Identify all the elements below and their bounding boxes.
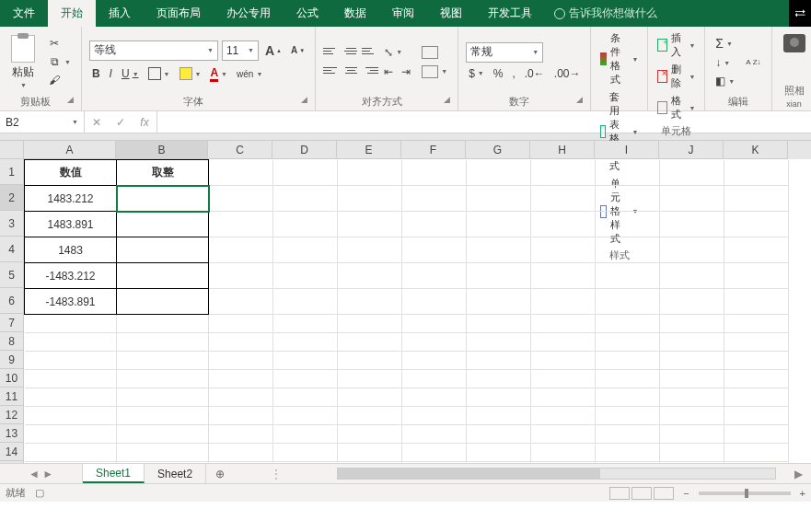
cell-G2[interactable] — [467, 186, 531, 212]
cell-F15[interactable] — [402, 462, 467, 464]
menu-formulas[interactable]: 公式 — [284, 0, 331, 27]
cell-I6[interactable] — [596, 289, 660, 315]
cell-C5[interactable] — [209, 263, 273, 289]
row-header-4[interactable]: 4 — [0, 237, 24, 262]
cell-D15[interactable] — [273, 462, 338, 464]
delete-cells-button[interactable]: 删除▼ — [655, 62, 697, 91]
currency-button[interactable]: ▼ — [466, 65, 487, 82]
cell-D3[interactable] — [273, 212, 338, 237]
cell-A12[interactable] — [25, 407, 117, 425]
column-header-G[interactable]: G — [466, 141, 530, 159]
cell-F5[interactable] — [402, 263, 467, 289]
align-right-button[interactable] — [362, 64, 378, 78]
dialog-launcher-icon[interactable]: ◢ — [67, 95, 74, 104]
column-header-D[interactable]: D — [272, 141, 337, 159]
menu-file[interactable]: 文件 — [0, 0, 48, 27]
cell-G7[interactable] — [467, 315, 531, 333]
cell-A13[interactable] — [25, 425, 117, 444]
cell-H1[interactable] — [531, 160, 596, 186]
cell-H13[interactable] — [531, 425, 596, 444]
row-header-15[interactable]: 15 — [0, 461, 24, 463]
cell-F4[interactable] — [402, 237, 467, 263]
cell-A4[interactable]: 1483 — [25, 237, 117, 263]
cell-I11[interactable] — [596, 388, 660, 407]
cell-F2[interactable] — [402, 186, 467, 212]
cell-C13[interactable] — [209, 425, 273, 444]
cell-I9[interactable] — [596, 352, 660, 370]
cell-A1[interactable]: 数值 — [25, 160, 117, 186]
page-layout-view-button[interactable] — [631, 487, 652, 500]
cell-D1[interactable] — [273, 160, 338, 186]
row-header-12[interactable]: 12 — [0, 406, 24, 424]
cell-H7[interactable] — [531, 315, 596, 333]
font-name-select[interactable]: 等线▼ — [89, 40, 218, 61]
cell-B3[interactable] — [117, 212, 209, 237]
cell-I10[interactable] — [596, 370, 660, 388]
cell-I7[interactable] — [596, 315, 660, 333]
cell-H4[interactable] — [531, 237, 596, 263]
cell-J12[interactable] — [660, 407, 724, 425]
cell-I14[interactable] — [596, 444, 660, 462]
comma-button[interactable]: , — [509, 65, 517, 82]
cell-E1[interactable] — [338, 160, 402, 186]
cell-D5[interactable] — [273, 263, 338, 289]
cell-J1[interactable] — [660, 160, 724, 186]
cell-K8[interactable] — [724, 333, 789, 352]
cell-E3[interactable] — [338, 212, 402, 237]
align-center-button[interactable] — [342, 64, 359, 78]
cell-J6[interactable] — [660, 289, 724, 315]
increase-decimal-button[interactable]: .0← — [522, 65, 548, 82]
column-header-A[interactable]: A — [24, 141, 116, 159]
cell-H10[interactable] — [531, 370, 596, 388]
number-format-select[interactable]: 常规▼ — [466, 42, 543, 63]
cell-K14[interactable] — [724, 444, 789, 462]
cell-J4[interactable] — [660, 237, 724, 263]
cell-F8[interactable] — [402, 333, 467, 352]
cell-D4[interactable] — [273, 237, 338, 263]
cell-E15[interactable] — [338, 462, 402, 464]
column-header-B[interactable]: B — [116, 141, 208, 159]
cell-H12[interactable] — [531, 407, 596, 425]
fill-color-button[interactable]: ▼ — [177, 65, 204, 82]
cell-J10[interactable] — [660, 370, 724, 388]
share-button[interactable]: ⮂ — [789, 0, 811, 27]
bold-button[interactable]: B — [89, 65, 103, 82]
menu-office[interactable]: 办公专用 — [214, 0, 284, 27]
column-header-F[interactable]: F — [401, 141, 466, 159]
cell-J15[interactable] — [660, 462, 724, 464]
cell-B9[interactable] — [117, 352, 209, 370]
cell-K10[interactable] — [724, 370, 789, 388]
cell-J13[interactable] — [660, 425, 724, 444]
cell-E4[interactable] — [338, 237, 402, 263]
cell-B11[interactable] — [117, 388, 209, 407]
cell-C7[interactable] — [209, 315, 273, 333]
cell-F6[interactable] — [402, 289, 467, 315]
menu-developer[interactable]: 开发工具 — [475, 0, 545, 27]
tell-me-search[interactable]: 告诉我你想做什么 — [545, 0, 666, 27]
cell-F7[interactable] — [402, 315, 467, 333]
sheet-tab-2[interactable]: Sheet2 — [145, 464, 206, 483]
clear-button[interactable]: ▼ — [713, 73, 737, 89]
column-header-J[interactable]: J — [659, 141, 724, 159]
cell-G11[interactable] — [467, 388, 531, 407]
cell-E12[interactable] — [338, 407, 402, 425]
cell-D12[interactable] — [273, 407, 338, 425]
row-header-14[interactable]: 14 — [0, 443, 24, 461]
cell-G9[interactable] — [467, 352, 531, 370]
cell-C3[interactable] — [209, 212, 273, 237]
cell-E7[interactable] — [338, 315, 402, 333]
row-header-6[interactable]: 6 — [0, 288, 24, 314]
row-header-11[interactable]: 11 — [0, 387, 24, 406]
column-header-C[interactable]: C — [208, 141, 272, 159]
cell-C4[interactable] — [209, 237, 273, 263]
cell-B2[interactable] — [117, 186, 209, 212]
row-header-10[interactable]: 10 — [0, 369, 24, 387]
cell-G15[interactable] — [467, 462, 531, 464]
decrease-indent-button[interactable]: ⇤ — [381, 64, 396, 80]
cell-A11[interactable] — [25, 388, 117, 407]
cell-C6[interactable] — [209, 289, 273, 315]
cell-K12[interactable] — [724, 407, 789, 425]
cell-B14[interactable] — [117, 444, 209, 462]
cell-A9[interactable] — [25, 352, 117, 370]
cell-G4[interactable] — [467, 237, 531, 263]
